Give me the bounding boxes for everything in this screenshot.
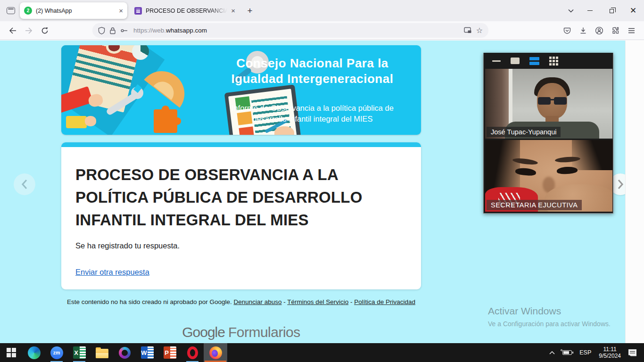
participant-figure xyxy=(557,166,578,174)
chevron-down-icon xyxy=(568,9,574,13)
extensions-button[interactable] xyxy=(607,24,623,38)
illustration-wrench-head xyxy=(131,87,143,99)
date-text: 9/5/2024 xyxy=(599,353,621,359)
edge-icon xyxy=(28,346,41,359)
zoom-minimize-button[interactable] xyxy=(492,60,501,62)
tab-whatsapp[interactable]: 2 (2) WhatsApp × xyxy=(20,2,127,19)
taskbar-file-explorer-button[interactable] xyxy=(91,343,113,362)
permissions-icon[interactable] xyxy=(120,28,128,33)
taskbar-edge-button[interactable] xyxy=(23,343,45,362)
tray-expand-button[interactable] xyxy=(545,343,559,362)
footer-disclaimer: Este contenido no ha sido creado ni apro… xyxy=(67,298,232,305)
illustration-puzzle-piece xyxy=(154,109,177,133)
minimize-window-button[interactable] xyxy=(579,0,601,21)
system-tray: ESP 11:11 9/5/2024 xyxy=(545,343,644,362)
close-tab-icon[interactable]: × xyxy=(119,7,123,14)
speaker-view-icon xyxy=(511,58,520,64)
participant-video-2[interactable]: SECRETARIA EJUCUTIVA xyxy=(485,140,612,212)
illustration-hand xyxy=(85,116,96,126)
pocket-button[interactable] xyxy=(559,24,575,38)
account-button[interactable] xyxy=(591,24,607,38)
speaker-view-button[interactable] xyxy=(511,58,520,64)
illustration-arm xyxy=(66,116,87,128)
whatsapp-badge-favicon: 2 xyxy=(24,7,32,15)
stacked-view-button[interactable] xyxy=(529,57,539,65)
picture-in-picture-icon[interactable] xyxy=(464,27,472,34)
tab-label: PROCESO DE OBSERVANCIA A L xyxy=(146,8,227,14)
confirmation-text: Se ha registrado tu respuesta. xyxy=(75,241,407,250)
taskbar-powerpoint-button[interactable]: P xyxy=(158,343,181,362)
excel-icon: X xyxy=(73,346,86,359)
form-card: PROCESO DE OBSERVANCIA A LA POLÍTICA PÚB… xyxy=(61,142,421,289)
action-center-button[interactable] xyxy=(625,343,640,362)
report-abuse-link[interactable]: Denunciar abuso xyxy=(234,298,282,305)
account-icon xyxy=(595,26,603,35)
office-icon xyxy=(119,347,131,359)
hamburger-menu-icon xyxy=(628,28,635,33)
gallery-view-button[interactable] xyxy=(549,57,558,66)
taskbar-word-button[interactable]: W xyxy=(136,343,158,362)
url-bar[interactable]: https://web.whatsapp.com ☆ xyxy=(92,23,488,38)
menu-button[interactable] xyxy=(623,24,639,38)
terms-link[interactable]: Términos del Servicio xyxy=(287,298,348,305)
google-forms-logo: GoogleFormularios xyxy=(61,324,421,340)
taskbar-office-button[interactable] xyxy=(113,343,136,362)
close-icon: ✕ xyxy=(630,7,636,15)
taskbar-zoom-button[interactable]: zm xyxy=(45,343,68,362)
scrollbar-track[interactable] xyxy=(625,41,644,343)
list-all-tabs-button[interactable] xyxy=(563,3,579,19)
resubmit-link[interactable]: Enviar otra respuesta xyxy=(75,268,149,277)
form-banner: Consejo Nacional Para la Igualdad Interg… xyxy=(61,45,421,135)
reload-icon xyxy=(41,27,49,34)
carousel-prev-button[interactable] xyxy=(14,173,35,195)
form-column: Consejo Nacional Para la Igualdad Interg… xyxy=(61,41,421,343)
battery-status-button[interactable] xyxy=(559,343,576,362)
footer-separator: - xyxy=(283,298,286,305)
start-button[interactable] xyxy=(0,343,23,362)
participant-glasses xyxy=(550,99,555,100)
bookmark-star-icon[interactable]: ☆ xyxy=(476,26,483,35)
tab-google-forms[interactable]: PROCESO DE OBSERVANCIA A L × xyxy=(130,2,239,19)
pocket-icon xyxy=(563,27,571,34)
battery-icon xyxy=(562,350,572,355)
card-accent-bar xyxy=(61,142,421,147)
watermark-title: Activar Windows xyxy=(488,305,611,317)
puzzle-icon xyxy=(611,26,619,34)
firefox-view-button[interactable] xyxy=(4,4,18,18)
language-indicator[interactable]: ESP xyxy=(576,343,595,362)
participant-glasses xyxy=(538,97,551,105)
firefox-view-icon xyxy=(7,7,15,14)
zoom-meeting-window[interactable]: José Tupac-Yupanqui SECRETARIA EJUCUTIVA xyxy=(483,53,613,214)
taskbar-firefox-button[interactable] xyxy=(204,343,227,362)
google-forms-favicon xyxy=(134,7,142,15)
close-tab-icon[interactable]: × xyxy=(231,7,235,14)
download-icon xyxy=(579,27,587,34)
new-tab-button[interactable]: + xyxy=(242,3,257,18)
participant-figure xyxy=(572,140,612,170)
clock[interactable]: 11:11 9/5/2024 xyxy=(595,343,625,362)
browser-tab-bar: 2 (2) WhatsApp × PROCESO DE OBSERVANCIA … xyxy=(0,0,644,21)
screen: 2 (2) WhatsApp × PROCESO DE OBSERVANCIA … xyxy=(0,0,644,362)
lock-icon[interactable] xyxy=(109,27,116,34)
downloads-button[interactable] xyxy=(575,24,591,38)
reload-button[interactable] xyxy=(37,24,53,38)
footer-separator: - xyxy=(350,298,353,305)
form-title: PROCESO DE OBSERVANCIA A LA POLÍTICA PÚB… xyxy=(75,164,407,231)
file-explorer-icon xyxy=(96,349,108,358)
url-text[interactable]: https://web.whatsapp.com xyxy=(133,27,207,34)
forward-button[interactable] xyxy=(21,24,37,38)
word-icon: W xyxy=(141,346,154,359)
participant-video-1[interactable]: José Tupac-Yupanqui xyxy=(485,69,612,139)
close-window-button[interactable]: ✕ xyxy=(622,0,644,21)
forms-logo-text: Formularios xyxy=(228,324,300,340)
participant-name-label: SECRETARIA EJUCUTIVA xyxy=(487,200,582,210)
taskbar-excel-button[interactable]: X xyxy=(68,343,91,362)
back-button[interactable] xyxy=(5,24,21,38)
tracking-protection-shield-icon[interactable] xyxy=(98,27,105,34)
windows-taskbar: zm X W P ESP 11:11 9/5/2024 xyxy=(0,343,644,362)
language-code: ESP xyxy=(579,349,591,356)
restore-window-button[interactable] xyxy=(601,0,622,21)
restore-icon xyxy=(610,9,614,13)
privacy-link[interactable]: Política de Privacidad xyxy=(354,298,415,305)
taskbar-opera-button[interactable] xyxy=(181,343,204,362)
